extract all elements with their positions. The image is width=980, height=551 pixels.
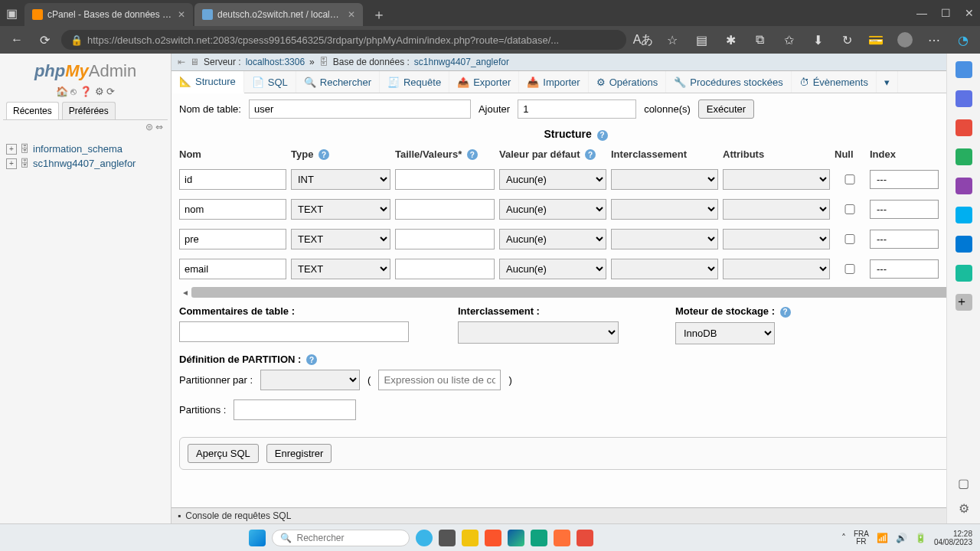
close-icon[interactable]: ✕ [178,9,185,20]
expand-icon[interactable]: + [6,144,17,155]
taskbar-app-icon[interactable] [577,530,593,546]
sidebar-skype-icon[interactable] [956,207,972,223]
sidebar-shopping-icon[interactable] [956,90,972,107]
sidebar-outlook-icon[interactable] [956,236,972,253]
collapse-nav-icon[interactable]: ⇤ [178,57,185,67]
tab-procedures[interactable]: 🔧Procédures stockées [666,71,791,93]
col-attributes-select[interactable] [723,169,830,190]
col-type-select[interactable]: TEXT [291,259,390,279]
col-index-select[interactable]: --- [870,170,939,189]
settings-icon[interactable]: ⚙ [95,86,104,97]
db-tree-item[interactable]: + 🗄 information_schema [6,142,165,156]
col-collation-select[interactable] [611,229,718,249]
tab-structure[interactable]: 📐Structure [172,71,244,93]
add-cols-input[interactable] [518,99,636,119]
taskbar-search[interactable]: 🔍 Rechercher [272,530,410,546]
taskbar-brave-icon[interactable] [485,530,501,546]
taskbar-bing-icon[interactable] [416,530,433,546]
col-length-input[interactable] [395,199,495,220]
col-collation-select[interactable] [611,259,718,279]
docs-icon[interactable]: ❓ [80,86,92,97]
battery-icon[interactable]: 🔋 [915,533,926,543]
logout-icon[interactable]: ⎋ [70,86,77,97]
read-aloud-icon[interactable]: Aあ [632,29,654,51]
help-icon[interactable]: ? [585,149,596,160]
reload-icon[interactable]: ⟳ [106,86,115,97]
clock[interactable]: 12:2804/08/2023 [934,530,972,546]
col-index-select[interactable]: --- [870,259,939,279]
sql-console-toggle[interactable]: ▪ Console de requêtes SQL [172,507,980,523]
browser-tab-0[interactable]: cPanel - Bases de données MySQ ✕ [24,3,193,26]
help-icon[interactable]: ? [318,149,329,160]
tab-panel-icon[interactable]: ▣ [6,6,24,21]
table-name-input[interactable] [249,99,471,119]
col-length-input[interactable] [395,259,495,279]
col-collation-select[interactable] [611,169,718,190]
table-collation-select[interactable] [458,321,619,344]
col-null-checkbox[interactable] [835,174,865,184]
language-indicator[interactable]: FRAFR [854,530,869,546]
col-name-input[interactable] [179,229,286,249]
refresh-button[interactable]: ⟳ [34,29,55,51]
col-attributes-select[interactable] [723,259,830,279]
help-icon[interactable]: ? [597,130,608,141]
col-type-select[interactable]: INT [291,169,390,190]
nav-tab-favorites[interactable]: Préférées [62,102,116,119]
more-menu-icon[interactable]: ⋯ [923,29,945,51]
sidebar-settings-icon[interactable]: ⚙ [959,501,969,516]
copilot-icon[interactable]: ◔ [952,29,974,51]
wallet-icon[interactable]: 💳 [865,29,887,51]
tab-operations[interactable]: ⚙Opérations [589,71,667,93]
taskbar-firefox-icon[interactable] [554,530,570,546]
col-index-select[interactable]: --- [870,230,939,249]
col-index-select[interactable]: --- [870,200,939,219]
col-default-select[interactable]: Aucun(e) [499,259,606,279]
downloads-icon[interactable]: ⬇ [807,29,828,51]
new-tab-button[interactable]: ＋ [364,5,394,24]
tray-chevron-icon[interactable]: ˄ [841,533,846,543]
minimize-button[interactable]: — [916,7,927,19]
link-icon[interactable]: ⇔ [155,122,163,132]
horizontal-scrollbar[interactable]: ◂▸ [179,287,972,298]
browser-tab-1[interactable]: deutsch.o2switch.net / localhost ✕ [194,3,363,26]
sidebar-drop-icon[interactable] [956,265,972,282]
col-null-checkbox[interactable] [835,264,865,274]
start-button[interactable] [249,530,266,546]
execute-button[interactable]: Exécuter [698,99,754,119]
col-length-input[interactable] [395,169,495,190]
favorites-hub-icon[interactable]: ✩ [778,29,799,51]
sidebar-panel-icon[interactable]: ▢ [958,476,969,491]
breadcrumb-server[interactable]: localhost:3306 [246,57,305,67]
favorite-icon[interactable]: ☆ [662,29,683,51]
taskbar-explorer-icon[interactable] [462,530,479,546]
tab-more[interactable]: ▾ [877,71,898,93]
col-name-input[interactable] [179,259,286,279]
col-default-select[interactable]: Aucun(e) [499,199,606,220]
storage-engine-select[interactable]: InnoDB [675,322,775,344]
reader-icon[interactable]: ▤ [691,29,712,51]
filter-icon[interactable]: ⊜ [145,122,153,132]
sidebar-games-icon[interactable] [956,148,972,165]
help-icon[interactable]: ? [780,307,791,318]
collections-icon[interactable]: ⧉ [749,29,770,51]
close-window-button[interactable]: ✕ [965,7,974,19]
maximize-button[interactable]: ☐ [941,7,951,19]
db-tree-item[interactable]: + 🗄 sc1hnwg4407_anglefor [6,156,165,171]
partition-expr-input[interactable] [378,370,501,390]
table-comments-input[interactable] [179,321,409,342]
sidebar-m365-icon[interactable] [956,178,972,194]
col-attributes-select[interactable] [723,199,830,220]
taskbar-taskview-icon[interactable] [439,530,456,546]
tab-sql[interactable]: 📄SQL [244,71,296,93]
address-bar[interactable]: 🔒 https://deutsch.o2switch.net:2083/cpse… [61,30,626,50]
col-collation-select[interactable] [611,199,718,220]
wifi-icon[interactable]: 📶 [877,533,888,543]
history-icon[interactable]: ↻ [836,29,858,51]
preview-sql-button[interactable]: Aperçu SQL [188,444,259,463]
sidebar-tools-icon[interactable] [956,119,972,136]
volume-icon[interactable]: 🔊 [896,533,907,543]
close-icon[interactable]: ✕ [348,9,355,20]
tab-events[interactable]: ⏱Évènements [792,71,877,93]
col-length-input[interactable] [395,229,495,249]
col-null-checkbox[interactable] [835,204,865,214]
